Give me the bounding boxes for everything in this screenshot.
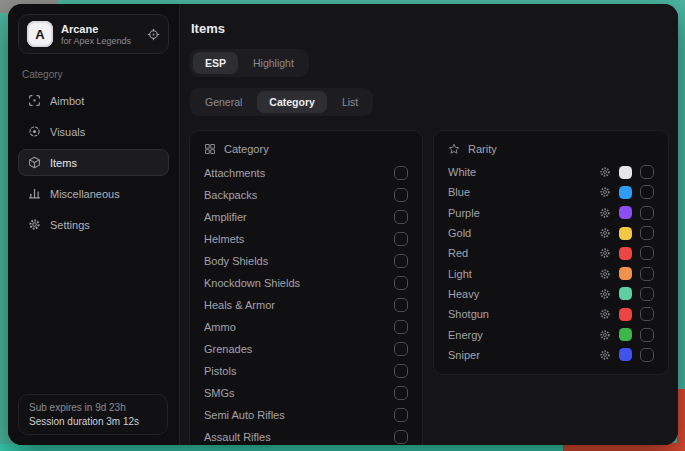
rarity-settings-gear-icon[interactable] xyxy=(599,186,611,198)
settings-gear-icon xyxy=(28,218,41,231)
rarity-checkbox[interactable] xyxy=(640,267,654,281)
rarity-panel: Rarity White xyxy=(433,130,669,375)
rarity-row: Gold xyxy=(448,223,654,243)
grid-icon xyxy=(204,143,216,155)
sidebar-item[interactable]: Items xyxy=(18,149,169,176)
category-checkbox[interactable] xyxy=(394,408,408,422)
rarity-settings-gear-icon[interactable] xyxy=(599,288,611,300)
rarity-settings-gear-icon[interactable] xyxy=(599,268,611,280)
sidebar-section-label: Category xyxy=(22,69,165,80)
category-checkbox[interactable] xyxy=(394,166,408,180)
sidebar-item[interactable]: Miscellaneous xyxy=(18,180,169,207)
rarity-row-label: Energy xyxy=(448,329,483,341)
category-row: Ammo xyxy=(204,316,408,338)
app-subtitle: for Apex Legends xyxy=(61,36,131,46)
rarity-checkbox[interactable] xyxy=(640,206,654,220)
category-row: Pistols xyxy=(204,360,408,382)
rarity-color-swatch[interactable] xyxy=(619,348,632,361)
rarity-row: Shotgun xyxy=(448,304,654,324)
rarity-panel-header: Rarity xyxy=(448,143,654,155)
rarity-settings-gear-icon[interactable] xyxy=(599,166,611,178)
rarity-checkbox[interactable] xyxy=(640,226,654,240)
rarity-checkbox[interactable] xyxy=(640,246,654,260)
sidebar-item-label: Miscellaneous xyxy=(50,188,120,200)
rarity-color-swatch[interactable] xyxy=(619,227,632,240)
category-row-label: Backpacks xyxy=(204,189,257,201)
category-checkbox[interactable] xyxy=(394,342,408,356)
category-row: Assault Rifles xyxy=(204,426,408,445)
category-row: Grenades xyxy=(204,338,408,360)
rarity-color-swatch[interactable] xyxy=(619,328,632,341)
rarity-row: Energy xyxy=(448,324,654,344)
rarity-color-swatch[interactable] xyxy=(619,166,632,179)
rarity-row-label: White xyxy=(448,166,476,178)
view-tab[interactable]: General xyxy=(193,91,254,113)
mode-tab[interactable]: ESP xyxy=(193,52,238,74)
category-checkbox[interactable] xyxy=(394,386,408,400)
category-checkbox[interactable] xyxy=(394,210,408,224)
category-row-label: Grenades xyxy=(204,343,252,355)
category-row-label: Semi Auto Rifles xyxy=(204,409,285,421)
rarity-settings-gear-icon[interactable] xyxy=(599,247,611,259)
rarity-row: Purple xyxy=(448,203,654,223)
rarity-checkbox[interactable] xyxy=(640,287,654,301)
rarity-row: Heavy xyxy=(448,284,654,304)
category-checkbox[interactable] xyxy=(394,430,408,444)
target-icon[interactable] xyxy=(147,28,160,41)
app-header-card: A Arcane for Apex Legends xyxy=(18,14,169,54)
rarity-row-label: Red xyxy=(448,247,468,259)
rarity-color-swatch[interactable] xyxy=(619,287,632,300)
rarity-checkbox[interactable] xyxy=(640,328,654,342)
view-tab[interactable]: List xyxy=(330,91,370,113)
rarity-checkbox[interactable] xyxy=(640,165,654,179)
category-checkbox[interactable] xyxy=(394,364,408,378)
sidebar-item-label: Visuals xyxy=(50,126,85,138)
rarity-color-swatch[interactable] xyxy=(619,308,632,321)
rarity-settings-gear-icon[interactable] xyxy=(599,227,611,239)
category-checkbox[interactable] xyxy=(394,188,408,202)
category-row-label: Body Shields xyxy=(204,255,268,267)
view-tab[interactable]: Category xyxy=(257,91,327,113)
sidebar-item[interactable]: Visuals xyxy=(18,118,169,145)
view-tabs: General Category List xyxy=(190,88,373,116)
app-meta: Arcane for Apex Legends xyxy=(61,23,131,46)
sub-expiry-text: Sub expires in 9d 23h xyxy=(29,402,157,413)
category-checkbox[interactable] xyxy=(394,254,408,268)
rarity-color-swatch[interactable] xyxy=(619,247,632,260)
category-panel-title: Category xyxy=(224,143,269,155)
category-row-label: Attachments xyxy=(204,167,265,179)
rarity-color-swatch[interactable] xyxy=(619,267,632,280)
rarity-checkbox[interactable] xyxy=(640,348,654,362)
rarity-settings-gear-icon[interactable] xyxy=(599,329,611,341)
rarity-row: Light xyxy=(448,263,654,283)
rarity-row: Blue xyxy=(448,182,654,202)
rarity-checkbox[interactable] xyxy=(640,307,654,321)
mode-tabs: ESP Highlight xyxy=(190,49,309,77)
rarity-color-swatch[interactable] xyxy=(619,206,632,219)
category-checkbox[interactable] xyxy=(394,298,408,312)
rarity-row: Sniper xyxy=(448,345,654,365)
rarity-row: Red xyxy=(448,243,654,263)
category-row: Backpacks xyxy=(204,184,408,206)
rarity-row-label: Gold xyxy=(448,227,471,239)
rarity-row-label: Blue xyxy=(448,186,470,198)
mode-tab[interactable]: Highlight xyxy=(241,52,306,74)
category-checkbox[interactable] xyxy=(394,232,408,246)
category-list: Attachments Backpacks Amplifier xyxy=(204,162,408,445)
category-checkbox[interactable] xyxy=(394,276,408,290)
rarity-checkbox[interactable] xyxy=(640,185,654,199)
sidebar-item[interactable]: Aimbot xyxy=(18,87,169,114)
rarity-settings-gear-icon[interactable] xyxy=(599,349,611,361)
misc-chart-icon xyxy=(28,187,41,200)
subscription-info-card: Sub expires in 9d 23h Session duration 3… xyxy=(18,394,168,435)
sidebar-item[interactable]: Settings xyxy=(18,211,169,238)
rarity-settings-gear-icon[interactable] xyxy=(599,207,611,219)
category-checkbox[interactable] xyxy=(394,320,408,334)
category-row-label: Knockdown Shields xyxy=(204,277,300,289)
category-row: Helmets xyxy=(204,228,408,250)
rarity-list: White xyxy=(448,162,654,365)
category-row: Heals & Armor xyxy=(204,294,408,316)
page-title: Items xyxy=(191,21,669,36)
rarity-settings-gear-icon[interactable] xyxy=(599,308,611,320)
rarity-color-swatch[interactable] xyxy=(619,186,632,199)
